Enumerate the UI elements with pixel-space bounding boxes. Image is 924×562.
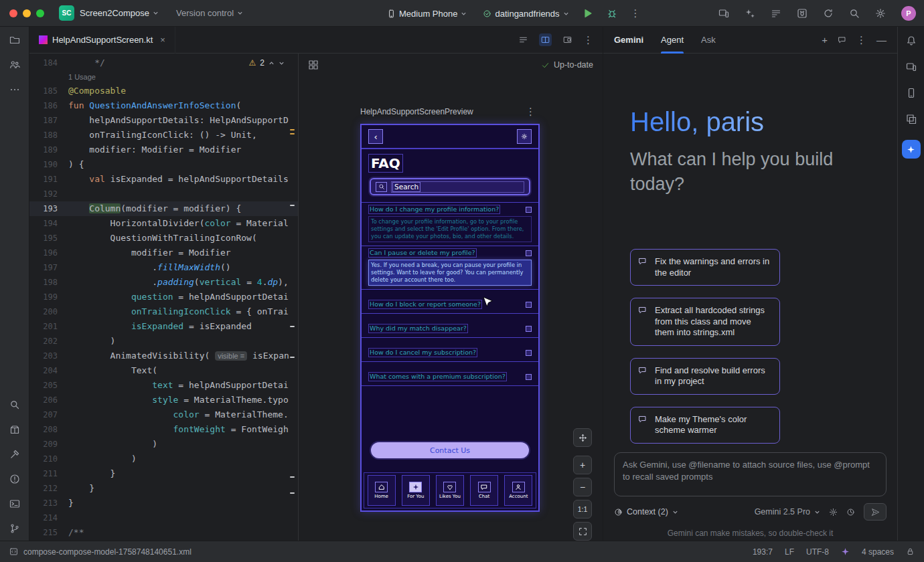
gemini-settings-icon[interactable] — [829, 508, 838, 517]
nav-item-chat[interactable]: Chat — [470, 475, 498, 506]
code-lines[interactable]: 184 */1 Usage185@Composable186fun Questi… — [29, 54, 298, 540]
suggestion-card[interactable]: Extract all hardcoded strings from this … — [630, 298, 780, 346]
code-line[interactable]: 210 ) — [29, 452, 298, 466]
problems-icon[interactable] — [9, 474, 20, 484]
editor-tab[interactable]: HelpAndSupportScreen.kt × — [29, 27, 175, 54]
gemini-tool-button[interactable] — [902, 140, 921, 159]
tab-agent[interactable]: Agent — [661, 27, 684, 54]
code-line[interactable]: 193 Column(modifier = modifier) { — [29, 201, 298, 216]
run-configuration-selector[interactable]: datingandfriends — [483, 9, 568, 19]
expand-icon[interactable] — [526, 302, 532, 308]
nav-item-for-you[interactable]: For You — [402, 475, 430, 506]
code-line[interactable]: 198 .padding(vertical = 4.dp), — [29, 275, 298, 290]
code-line[interactable]: 205 text = helpAndSupportDetai — [29, 378, 298, 393]
next-warning-icon[interactable] — [279, 60, 285, 66]
code-line[interactable]: 202 ) — [29, 334, 298, 349]
code-line[interactable]: 188 onTrailingIconClick: () -> Unit, — [29, 128, 298, 143]
settings-gear-icon[interactable] — [875, 8, 886, 19]
suggestion-card[interactable]: Make my Theme's color scheme warmer — [630, 407, 780, 444]
code-line[interactable]: 213} — [29, 496, 298, 510]
code-line[interactable]: 208 fontWeight = FontWeigh — [29, 422, 298, 437]
ai-actions-icon[interactable] — [745, 8, 755, 19]
ui-check-icon[interactable] — [308, 60, 319, 70]
close-tab-icon[interactable]: × — [160, 35, 165, 45]
code-line[interactable]: 1 Usage — [29, 70, 298, 84]
faq-question-row[interactable]: How do I cancel my subscription? — [368, 348, 532, 357]
code-line[interactable]: 194 HorizontalDivider(color = Material — [29, 216, 298, 231]
more-tools-icon[interactable] — [9, 84, 20, 95]
code-line[interactable]: 209 ) — [29, 437, 298, 452]
code-line[interactable]: 189 modifier: Modifier = Modifier — [29, 143, 298, 157]
faq-question-row[interactable]: What comes with a premium subscription? — [368, 372, 532, 381]
code-line[interactable]: 214 — [29, 510, 298, 525]
expand-icon[interactable] — [526, 250, 532, 256]
faq-question-row[interactable]: Can I pause or delete my profile? — [368, 248, 532, 258]
gemini-prompt-input[interactable]: Ask Gemini, use @filename to attach sour… — [614, 452, 887, 496]
prev-warning-icon[interactable] — [268, 60, 275, 66]
device-manager-icon[interactable] — [906, 88, 917, 98]
contact-us-button[interactable]: Contact Us — [371, 442, 529, 458]
faq-question-row[interactable]: How do I change my profile information? — [368, 205, 532, 214]
code-line[interactable]: 207 color = MaterialTheme. — [29, 407, 298, 422]
split-view-toggle[interactable] — [539, 33, 552, 46]
code-line[interactable]: 192 — [29, 187, 298, 201]
users-icon[interactable] — [9, 60, 20, 70]
notifications-bell-icon[interactable] — [906, 35, 917, 46]
code-line[interactable]: 215/** — [29, 525, 298, 540]
code-line[interactable]: 195 QuestionWithTrailingIconRow( — [29, 231, 298, 246]
code-line[interactable]: 197 .fillMaxWidth() — [29, 260, 298, 275]
search-input[interactable]: Search — [391, 181, 524, 193]
window-controls[interactable] — [9, 9, 44, 17]
code-line[interactable]: 206 style = MaterialTheme.typo — [29, 393, 298, 407]
code-line[interactable]: 187 helpAndSupportDetails: HelpAndSuppor… — [29, 113, 298, 128]
debug-button[interactable] — [607, 8, 617, 19]
minimize-window-button[interactable] — [23, 9, 31, 17]
layout-inspector-icon[interactable] — [906, 114, 917, 124]
chat-history-icon[interactable] — [838, 35, 846, 44]
back-button[interactable]: ‹ — [368, 129, 383, 144]
nav-item-home[interactable]: Home — [368, 475, 396, 506]
code-line[interactable]: 186fun QuestionAndAnswerInfoSection( — [29, 98, 298, 113]
running-devices-icon[interactable] — [718, 8, 729, 19]
code-line[interactable]: 203 AnimatedVisibility( visible = isExpa… — [29, 349, 298, 363]
hide-panel-button[interactable]: — — [876, 34, 887, 45]
gemini-options-button[interactable]: ⋮ — [856, 34, 866, 46]
expand-icon[interactable] — [526, 350, 532, 356]
app-insights-icon[interactable] — [797, 8, 807, 19]
zoom-reset-button[interactable]: 1:1 — [573, 500, 592, 519]
ai-status-icon[interactable] — [841, 547, 850, 556]
suggestion-card[interactable]: Find and resolve build errors in my proj… — [630, 358, 780, 395]
lock-icon[interactable] — [906, 547, 915, 556]
zoom-out-button[interactable]: − — [573, 478, 592, 496]
context-selector[interactable]: Context (2) — [614, 507, 678, 517]
code-line[interactable]: 196 modifier = Modifier — [29, 246, 298, 260]
terminal-icon[interactable] — [9, 498, 20, 509]
run-button[interactable] — [583, 8, 593, 19]
logcat-icon[interactable] — [771, 8, 781, 19]
model-selector[interactable]: Gemini 2.5 Pro — [755, 507, 820, 517]
device-selector[interactable]: Medium Phone — [387, 9, 467, 19]
faq-question-row[interactable]: Why did my match disappear? — [368, 324, 532, 333]
code-line[interactable]: 199 question = helpAndSupportDetai — [29, 290, 298, 304]
code-line[interactable]: 211 } — [29, 466, 298, 481]
new-chat-button[interactable]: + — [822, 34, 828, 45]
design-view-toggle[interactable] — [561, 33, 574, 46]
gradle-sync-icon[interactable] — [823, 8, 834, 19]
caret-position[interactable]: 193:7 — [753, 547, 773, 557]
build-hammer-icon[interactable] — [9, 449, 20, 460]
code-line[interactable]: 190) { — [29, 157, 298, 172]
pan-tool-button[interactable] — [573, 428, 592, 447]
profile-avatar[interactable]: P — [901, 6, 916, 21]
expand-icon[interactable] — [526, 207, 532, 213]
nav-item-account[interactable]: Account — [504, 475, 532, 506]
code-view-toggle[interactable] — [517, 33, 530, 46]
code-line[interactable]: 191 val isExpanded = helpAndSupportDetai… — [29, 172, 298, 187]
send-button[interactable] — [864, 503, 887, 521]
project-selector[interactable]: Screen2Compose — [80, 8, 159, 18]
code-line[interactable]: 204 Text( — [29, 363, 298, 378]
code-line[interactable]: 185@Composable — [29, 84, 298, 98]
search-icon[interactable] — [849, 8, 860, 19]
code-line[interactable]: 200 onTrailingIconClick = { onTrai — [29, 304, 298, 319]
line-separator[interactable]: LF — [785, 547, 794, 557]
indent-setting[interactable]: 4 spaces — [862, 547, 894, 557]
